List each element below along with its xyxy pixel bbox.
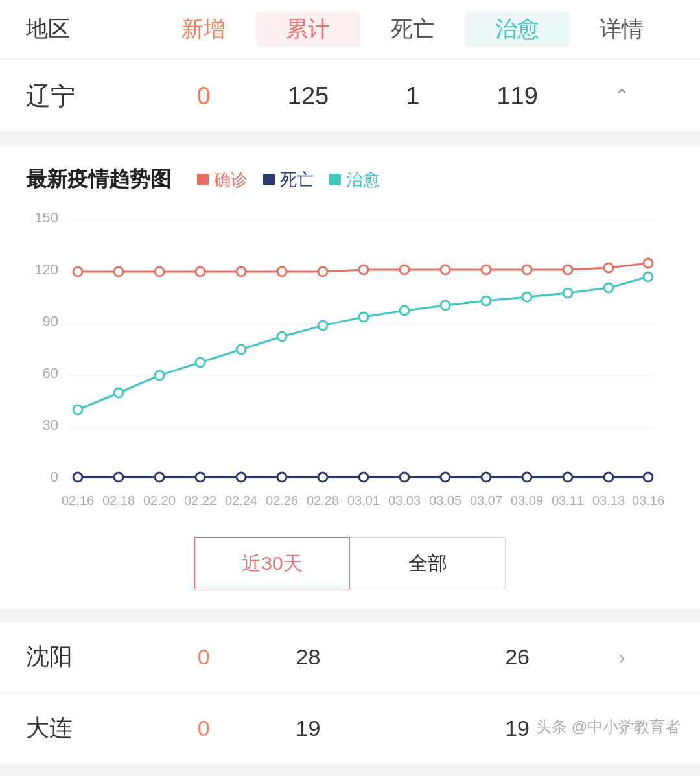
- city-cum-shenyang: 28: [256, 644, 360, 670]
- death-dot: [563, 473, 572, 482]
- btn-recent-30[interactable]: 近30天: [194, 537, 350, 589]
- svg-text:02.18: 02.18: [102, 493, 135, 508]
- svg-text:02.16: 02.16: [62, 493, 94, 508]
- recover-dot: [237, 345, 246, 354]
- city-new-dalian: 0: [152, 716, 256, 741]
- time-range-buttons: 近30天 全部: [26, 537, 674, 589]
- city-list: 沈阳 0 28 26 › 大连 0 19 19 ›: [0, 622, 700, 764]
- chart-header: 最新疫情趋势图 确诊 死亡 治愈: [26, 165, 674, 194]
- confirmed-dot: [563, 265, 572, 274]
- city-recover-shenyang: 26: [465, 644, 569, 670]
- watermark: 头条 @中小学教育者: [536, 716, 681, 737]
- death-dot: [155, 473, 164, 482]
- svg-text:02.20: 02.20: [143, 493, 176, 508]
- liaoning-cumulative: 125: [256, 82, 360, 110]
- svg-text:90: 90: [43, 313, 58, 329]
- death-dot: [482, 473, 491, 482]
- svg-text:03.07: 03.07: [470, 493, 502, 508]
- confirmed-dot: [318, 267, 327, 276]
- recover-dot: [114, 388, 123, 397]
- recover-dot: [359, 312, 368, 322]
- svg-text:02.28: 02.28: [307, 493, 339, 508]
- liaoning-chevron-icon[interactable]: ⌃: [570, 85, 674, 108]
- death-dot: [114, 473, 123, 482]
- city-row-shenyang: 沈阳 0 28 26 ›: [0, 622, 700, 693]
- confirmed-dot: [604, 263, 613, 272]
- confirmed-dot: [114, 267, 123, 276]
- death-dot: [73, 473, 82, 482]
- svg-text:03.16: 03.16: [632, 493, 664, 508]
- recover-dot: [522, 292, 531, 301]
- confirmed-dot: [482, 265, 491, 274]
- chart-section: 最新疫情趋势图 确诊 死亡 治愈: [0, 146, 700, 609]
- svg-text:60: 60: [43, 365, 58, 381]
- recover-dot: [604, 283, 613, 292]
- liaoning-recover: 119: [465, 82, 569, 110]
- death-dot: [237, 473, 246, 482]
- recover-line: [78, 277, 648, 410]
- recover-dot-icon: [329, 174, 341, 185]
- svg-text:120: 120: [34, 261, 58, 277]
- confirmed-dot: [196, 267, 205, 276]
- svg-text:02.26: 02.26: [266, 493, 298, 508]
- confirmed-label: 确诊: [214, 169, 248, 191]
- recover-dot: [73, 405, 82, 414]
- svg-text:30: 30: [43, 417, 58, 433]
- confirmed-dot: [644, 259, 653, 268]
- death-dot: [441, 473, 450, 482]
- svg-text:03.01: 03.01: [347, 493, 380, 508]
- recover-dot: [318, 321, 327, 330]
- legend-recover: 治愈: [329, 169, 380, 191]
- btn-all[interactable]: 全部: [350, 537, 506, 589]
- chart-svg: 0 30 60 90 120 150: [26, 207, 674, 518]
- svg-text:0: 0: [51, 469, 58, 485]
- recover-dot: [277, 332, 286, 341]
- confirmed-dot: [277, 267, 286, 276]
- liaoning-row: 辽宁 0 125 1 119 ⌃: [0, 60, 700, 133]
- svg-text:02.22: 02.22: [184, 493, 216, 508]
- header-cumulative: 累计: [256, 12, 360, 47]
- svg-text:03.13: 03.13: [592, 493, 625, 508]
- city-arrow-shenyang[interactable]: ›: [570, 646, 674, 668]
- liaoning-new-add: 0: [152, 82, 256, 110]
- liaoning-death: 1: [360, 82, 465, 110]
- confirmed-dot: [359, 265, 368, 274]
- liaoning-name: 辽宁: [26, 80, 152, 113]
- city-cum-dalian: 19: [256, 716, 360, 741]
- confirmed-dot-icon: [197, 174, 209, 185]
- header-death: 死亡: [360, 14, 465, 44]
- header-detail: 详情: [570, 14, 674, 44]
- city-name-shenyang: 沈阳: [26, 641, 152, 673]
- chart-legend: 确诊 死亡 治愈: [197, 169, 380, 191]
- confirmed-dot: [400, 265, 409, 274]
- city-new-shenyang: 0: [152, 644, 256, 670]
- header-row: 地区 新增 累计 死亡 治愈 详情: [0, 0, 700, 59]
- recover-dot: [155, 371, 164, 380]
- recover-dot: [196, 358, 205, 367]
- svg-text:03.09: 03.09: [511, 493, 543, 508]
- death-dot: [400, 473, 409, 482]
- death-dot: [644, 473, 653, 482]
- death-dot: [196, 473, 205, 482]
- confirmed-dot: [441, 265, 450, 274]
- svg-text:03.11: 03.11: [552, 493, 584, 508]
- svg-text:02.24: 02.24: [225, 493, 257, 508]
- death-dot: [318, 473, 327, 482]
- confirmed-dot: [73, 267, 82, 276]
- chart-container: 0 30 60 90 120 150: [26, 207, 674, 518]
- svg-text:03.05: 03.05: [429, 493, 461, 508]
- header-region: 地区: [26, 14, 152, 44]
- header-recover: 治愈: [465, 12, 569, 47]
- recover-label: 治愈: [346, 169, 380, 191]
- header-new-add: 新增: [152, 14, 256, 44]
- death-dot: [604, 473, 613, 482]
- death-dot: [277, 473, 286, 482]
- legend-confirmed: 确诊: [197, 169, 248, 191]
- recover-dot: [400, 306, 409, 315]
- legend-death: 死亡: [263, 169, 314, 191]
- recover-dot: [441, 301, 450, 310]
- svg-text:150: 150: [34, 209, 58, 226]
- confirmed-dot: [237, 267, 246, 276]
- city-name-dalian: 大连: [26, 712, 152, 744]
- recover-dot: [482, 296, 491, 305]
